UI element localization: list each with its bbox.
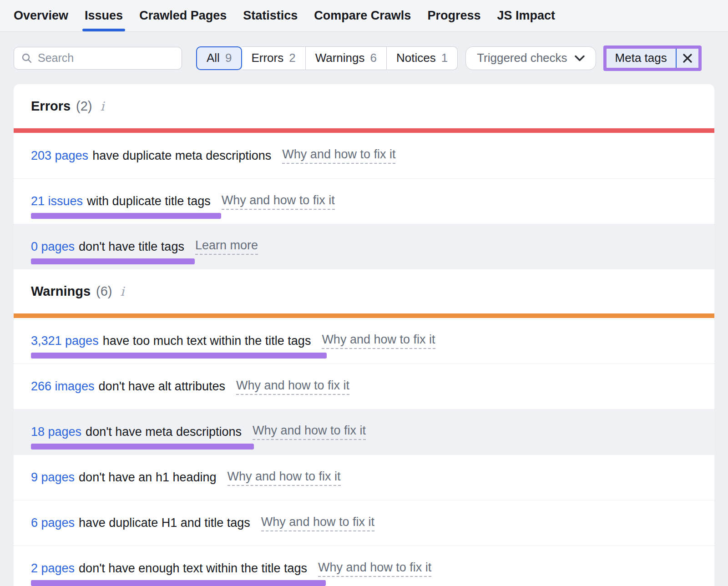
- issue-row: 9 pages don't have an h1 heading Why and…: [14, 455, 714, 500]
- issue-description: have too much text within the title tags: [103, 334, 311, 348]
- purple-highlight-annotation: [31, 444, 254, 450]
- filter-segment-all[interactable]: All 9: [196, 46, 242, 70]
- filter-segment-label: Notices: [396, 51, 436, 65]
- nav-tab-label: Crawled Pages: [139, 9, 227, 23]
- why-how-to-fix-link[interactable]: Why and how to fix it: [236, 379, 349, 395]
- remove-filter-button[interactable]: [677, 49, 698, 68]
- section-title: Errors: [31, 99, 71, 114]
- meta-tags-filter-annotation: Meta tags: [603, 45, 702, 71]
- issue-row: 3,321 pages have too much text within th…: [14, 318, 714, 364]
- issue-description: don't have enough text within the title …: [79, 561, 307, 576]
- nav-tab-label: Overview: [14, 9, 68, 23]
- why-how-to-fix-link[interactable]: Learn more: [195, 238, 258, 255]
- filter-segment-label: All: [207, 51, 220, 65]
- filter-segment-count: 9: [225, 51, 232, 65]
- why-how-to-fix-link[interactable]: Why and how to fix it: [228, 470, 341, 486]
- issues-section-errors: Errors (2) i 203 pages have duplicate me…: [14, 84, 714, 269]
- issue-row: 6 pages have duplicate H1 and title tags…: [14, 500, 714, 546]
- issue-count-link[interactable]: 2 pages: [31, 561, 75, 576]
- issues-list-card: Errors (2) i 203 pages have duplicate me…: [14, 84, 714, 586]
- why-how-to-fix-link[interactable]: Why and how to fix it: [322, 333, 435, 349]
- filter-segment-label: Warnings: [315, 51, 365, 65]
- issue-row: 21 issues with duplicate title tags Why …: [14, 178, 714, 224]
- why-how-to-fix-link[interactable]: Why and how to fix it: [222, 193, 335, 210]
- issue-description: don't have title tags: [79, 240, 184, 254]
- section-count: (6): [96, 284, 112, 299]
- nav-tab-js-impact[interactable]: JS Impact: [497, 0, 555, 31]
- issue-row: 2 pages don't have enough text within th…: [14, 546, 714, 586]
- nav-tab-label: Issues: [85, 9, 123, 23]
- search-icon: [21, 53, 32, 64]
- purple-highlight-annotation: [31, 580, 326, 586]
- filter-segment-label: Errors: [251, 51, 283, 65]
- top-nav: Overview Issues Crawled Pages Statistics…: [0, 0, 728, 32]
- chevron-down-icon: [575, 55, 585, 61]
- nav-tab-overview[interactable]: Overview: [14, 0, 68, 31]
- info-icon[interactable]: i: [121, 284, 125, 298]
- filter-segment-notices[interactable]: Notices 1: [387, 46, 458, 70]
- nav-tab-label: JS Impact: [497, 9, 555, 23]
- filter-segment-count: 6: [370, 51, 376, 65]
- issue-description: have duplicate meta descriptions: [92, 149, 271, 163]
- filter-segment-count: 2: [289, 51, 295, 65]
- why-how-to-fix-link[interactable]: Why and how to fix it: [253, 424, 366, 440]
- nav-tab-progress[interactable]: Progress: [427, 0, 480, 31]
- issue-description: have duplicate H1 and title tags: [79, 516, 250, 530]
- triggered-checks-dropdown[interactable]: Triggered checks: [465, 46, 596, 70]
- issue-row: 0 pages don't have title tags Learn more: [14, 224, 714, 269]
- section-rows: 203 pages have duplicate meta descriptio…: [14, 133, 714, 269]
- search-box[interactable]: [14, 47, 182, 70]
- nav-tab-crawled-pages[interactable]: Crawled Pages: [139, 0, 227, 31]
- nav-tab-label: Statistics: [243, 9, 298, 23]
- section-header: Errors (2) i: [14, 84, 714, 128]
- purple-highlight-annotation: [31, 353, 327, 359]
- purple-highlight-annotation: [31, 213, 221, 219]
- issue-count-link[interactable]: 203 pages: [31, 149, 88, 163]
- issue-count-link[interactable]: 21 issues: [31, 194, 83, 208]
- section-rows: 3,321 pages have too much text within th…: [14, 318, 714, 586]
- section-title: Warnings: [31, 284, 91, 299]
- issue-description: with duplicate title tags: [87, 194, 211, 208]
- issue-count-link[interactable]: 3,321 pages: [31, 334, 99, 348]
- issue-description: don't have alt attributes: [99, 379, 225, 394]
- filter-segment-count: 1: [441, 51, 448, 65]
- info-icon[interactable]: i: [101, 99, 105, 113]
- section-severity-bar: [14, 313, 714, 318]
- filter-segment-errors[interactable]: Errors 2: [242, 46, 305, 70]
- issue-count-link[interactable]: 0 pages: [31, 240, 75, 254]
- issue-count-link[interactable]: 9 pages: [31, 470, 75, 485]
- issue-description: don't have meta descriptions: [86, 425, 242, 439]
- issue-count-link[interactable]: 18 pages: [31, 425, 81, 439]
- nav-tab-issues[interactable]: Issues: [85, 0, 123, 31]
- search-input[interactable]: [38, 51, 174, 65]
- filter-chip-label: Meta tags: [607, 49, 676, 68]
- section-header: Warnings (6) i: [14, 269, 714, 313]
- nav-tab-label: Compare Crawls: [314, 9, 411, 23]
- filter-segment-warnings[interactable]: Warnings 6: [306, 46, 387, 70]
- purple-highlight-annotation: [31, 258, 195, 264]
- issue-description: don't have an h1 heading: [79, 470, 216, 485]
- nav-tab-label: Progress: [427, 9, 480, 23]
- issue-row: 18 pages don't have meta descriptions Wh…: [14, 409, 714, 455]
- why-how-to-fix-link[interactable]: Why and how to fix it: [318, 561, 431, 577]
- why-how-to-fix-link[interactable]: Why and how to fix it: [282, 147, 395, 164]
- issues-section-warnings: Warnings (6) i 3,321 pages have too much…: [14, 269, 714, 586]
- nav-tab-statistics[interactable]: Statistics: [243, 0, 298, 31]
- why-how-to-fix-link[interactable]: Why and how to fix it: [261, 515, 374, 531]
- issue-count-link[interactable]: 266 images: [31, 379, 95, 394]
- severity-segmented-control: All 9 Errors 2 Warnings 6 Notices 1: [197, 46, 458, 70]
- issue-count-link[interactable]: 6 pages: [31, 516, 75, 530]
- issue-row: 266 images don't have alt attributes Why…: [14, 364, 714, 409]
- section-count: (2): [76, 99, 92, 114]
- issue-row: 203 pages have duplicate meta descriptio…: [14, 133, 714, 178]
- nav-tab-compare-crawls[interactable]: Compare Crawls: [314, 0, 411, 31]
- section-severity-bar: [14, 128, 714, 133]
- filter-toolbar: All 9 Errors 2 Warnings 6 Notices 1 Trig…: [0, 32, 728, 84]
- meta-tags-filter-chip: Meta tags: [607, 49, 698, 68]
- triggered-checks-label: Triggered checks: [477, 51, 567, 65]
- close-icon: [682, 53, 693, 63]
